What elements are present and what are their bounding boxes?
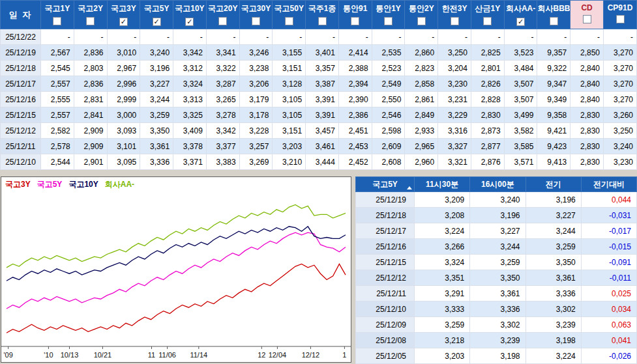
rate-cell[interactable]: 3,196 [140,61,173,76]
rate-cell[interactable]: - [604,29,637,45]
detail-cell[interactable]: 3,218 [415,333,470,348]
rate-cell[interactable]: 3,313 [173,92,207,107]
column-checkbox[interactable]: ✓ [516,18,525,26]
detail-cell[interactable]: 3,224 [526,348,581,364]
rate-cell[interactable]: - [41,29,74,45]
rate-cell[interactable]: 3,278 [206,107,239,123]
detail-date-cell[interactable]: 25/12/12 [356,270,415,286]
date-column-header[interactable]: 일 자 [1,1,41,29]
detail-cell[interactable]: -0,015 [581,239,636,255]
rate-cell[interactable]: 3,178 [239,107,273,123]
detail-cell[interactable]: 3,203 [415,348,470,364]
rate-cell[interactable]: 2,453 [338,139,372,154]
detail-header-1[interactable]: 11시30분 [415,177,470,192]
column-header-14[interactable]: 회사AA-✓ [504,1,537,29]
rate-cell[interactable]: 3,461 [306,139,339,154]
rate-cell[interactable]: 2,999 [107,92,140,107]
rate-cell[interactable]: 3,244 [140,92,173,107]
detail-cell[interactable]: 3,336 [526,286,581,301]
date-cell[interactable]: 25/12/12 [1,123,41,139]
detail-cell[interactable]: 3,361 [526,270,581,286]
rate-cell[interactable]: 3,151 [273,61,306,76]
rate-cell[interactable]: 3,250 [604,123,637,139]
rate-cell[interactable]: 2,555 [41,92,74,107]
date-cell[interactable]: 25/12/17 [1,76,41,92]
rate-cell[interactable]: 2,960 [405,154,438,170]
rate-cell[interactable]: 3,270 [604,61,637,76]
column-checkbox[interactable] [218,17,227,25]
detail-cell[interactable]: 3,239 [526,317,581,333]
column-checkbox[interactable] [318,17,327,25]
rate-cell[interactable]: 3,010 [107,45,140,61]
rate-cell[interactable]: - [338,29,372,45]
column-checkbox[interactable] [252,17,260,25]
rate-cell[interactable]: 9,357 [537,45,570,61]
rate-cell[interactable]: 2,873 [471,123,504,139]
column-header-13[interactable]: 산금1Y [471,1,504,29]
detail-cell[interactable]: 3,291 [415,286,470,301]
detail-date-cell[interactable]: 25/12/19 [356,192,415,208]
rate-cell[interactable]: 3,342 [206,123,239,139]
detail-header-2[interactable]: 16시00분 [470,177,526,192]
rate-cell[interactable]: 2,860 [405,45,438,61]
detail-date-cell[interactable]: 25/12/08 [356,333,415,348]
rate-cell[interactable]: 9,358 [537,107,570,123]
rate-cell[interactable]: 3,336 [140,154,173,170]
column-header-8[interactable]: 국주1종 [306,1,339,29]
column-checkbox[interactable] [583,15,591,23]
rate-cell[interactable]: 2,836 [74,76,107,92]
detail-cell[interactable]: 3,198 [470,348,526,364]
detail-cell[interactable]: 0,041 [581,333,636,348]
rate-cell[interactable]: 3,499 [504,107,537,123]
rate-cell[interactable]: 3,350 [140,123,173,139]
column-checkbox[interactable]: ✓ [153,18,161,26]
column-header-10[interactable]: 통안1Y [372,1,405,29]
detail-cell[interactable]: 3,336 [470,301,526,317]
detail-date-cell[interactable]: 25/12/15 [356,255,415,270]
rate-cell[interactable]: - [273,29,306,45]
rate-cell[interactable]: 3,257 [239,139,273,154]
rate-cell[interactable]: 3,210 [273,154,306,170]
column-header-9[interactable]: 통안91 [338,1,372,29]
detail-date-cell[interactable]: 25/12/11 [356,286,415,301]
rate-cell[interactable]: 2,877 [471,139,504,154]
rate-cell[interactable]: 3,230 [604,154,637,170]
detail-cell[interactable]: 0,025 [581,286,636,301]
rate-cell[interactable]: 3,327 [438,139,471,154]
rate-cell[interactable]: 2,836 [74,45,107,61]
rate-cell[interactable]: 2,386 [338,107,372,123]
detail-cell[interactable]: 3,244 [470,239,526,255]
rate-cell[interactable]: 2,523 [372,61,405,76]
detail-cell[interactable]: 3,361 [470,286,526,301]
rate-cell[interactable]: 2,830 [570,154,604,170]
rate-cell[interactable]: 2,557 [41,76,74,92]
rate-cell[interactable]: - [372,29,405,45]
rate-cell[interactable]: 3,259 [140,107,173,123]
rate-cell[interactable]: 3,312 [173,61,207,76]
rate-cell[interactable]: 2,850 [570,45,604,61]
rate-cell[interactable]: 3,260 [604,107,637,123]
rate-cell[interactable]: - [438,29,471,45]
rate-cell[interactable]: 2,901 [74,154,107,170]
rate-cell[interactable]: 3,269 [239,154,273,170]
rate-cell[interactable]: 3,093 [107,123,140,139]
rate-cell[interactable]: 2,803 [74,61,107,76]
detail-cell[interactable]: 3,350 [526,255,581,270]
rate-cell[interactable]: 2,831 [74,92,107,107]
column-checkbox[interactable] [451,17,459,25]
column-checkbox[interactable] [351,17,359,25]
rate-cell[interactable]: 3,383 [206,154,239,170]
rate-cell[interactable]: 2,801 [471,61,504,76]
rate-cell[interactable]: 3,342 [173,45,207,61]
rate-cell[interactable]: - [74,29,107,45]
rate-cell[interactable]: 2,388 [338,61,372,76]
detail-date-cell[interactable]: 25/12/18 [356,208,415,223]
column-checkbox[interactable]: ✓ [185,18,194,26]
column-checkbox[interactable] [483,17,492,25]
rate-cell[interactable]: - [206,29,239,45]
rate-cell[interactable]: 3,316 [438,123,471,139]
date-cell[interactable]: 25/12/16 [1,92,41,107]
rate-cell[interactable]: 2,933 [405,123,438,139]
detail-cell[interactable]: 3,227 [470,223,526,239]
rate-cell[interactable]: 2,535 [372,45,405,61]
